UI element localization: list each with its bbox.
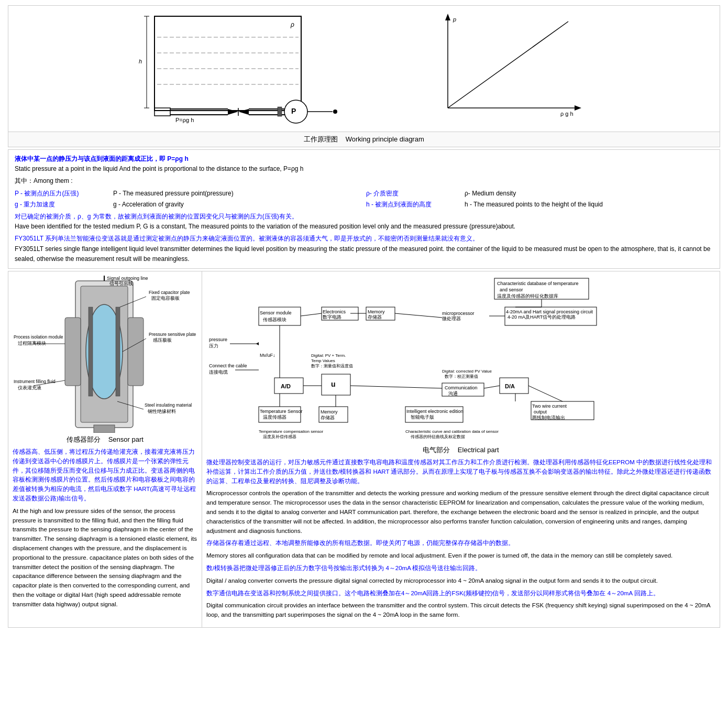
svg-rect-10 [155,108,170,116]
svg-text:A/D: A/D [281,383,291,389]
svg-text:Electronics: Electronics [323,309,346,314]
svg-line-122 [528,386,562,401]
svg-text:Intelligent electronic edition: Intelligent electronic edition [406,409,464,414]
sensor-text: 传感器高、低压侧，将过程压力传递给灌充液，接着灌充液将压力传递到变送器中心的传感… [13,448,197,609]
note2-zh: FY3051LT 系列单法兰智能液位变送器就是通过测定被测点的静压力来确定液面位… [15,234,713,244]
note1-zh: 对已确定的被测介质，ρ、g 为常数，故被测点到液面的被测的位置因变化只与被测的压… [15,212,713,222]
tank-diagram: ρ h [118,11,390,126]
graph-diagram: p ρ g h [411,11,610,126]
working-diagram: ρ h [8,6,720,132]
sensor-svg: Signal outgoing line 信号引出线 Process isola… [13,276,196,433]
bottom-section: Signal outgoing line 信号引出线 Process isola… [8,271,720,628]
svg-text:microprocessor: microprocessor [442,311,475,316]
page-container: ρ h [3,0,725,633]
param-g-en: g - Acceleration of gravity [113,200,362,210]
svg-text:4-20 mA及HART信号的处理电路: 4-20 mA及HART信号的处理电路 [508,314,576,320]
text-section: 液体中某一点的静压力与该点到液面的距离成正比，即 P=ρg h Static p… [8,149,720,269]
svg-text:数字电路: 数字电路 [323,314,341,320]
svg-rect-23 [278,107,282,116]
svg-text:连接电缆: 连接电缆 [209,369,228,375]
svg-text:Two wire current: Two wire current [532,403,567,409]
svg-rect-34 [128,318,144,386]
svg-line-116 [395,313,442,318]
desc-line1-en: Static pressure at a point in the liquid… [15,164,713,174]
svg-text:Signal outgoing line: Signal outgoing line [107,276,148,281]
svg-marker-26 [445,14,450,20]
svg-text:信号引出线: 信号引出线 [109,281,133,286]
elec-text4-zh: 数字通信电路在变送器和控制系统之间提供接口。这个电路检测叠加在4～20mA回路上… [206,590,659,596]
param-P-zh: P - 被测点的压力(压强) [15,189,109,199]
electrical-caption-en: Electrical part [458,446,499,454]
svg-text:Temperature compensation senso: Temperature compensation sensor [259,429,324,434]
svg-text:存储器: 存储器 [368,314,382,320]
svg-rect-0 [155,16,301,111]
note1-en: Have been identified for the tested medi… [15,222,713,232]
svg-text:Digital: corrected PV Value: Digital: corrected PV Value [442,369,492,374]
svg-text:Memory: Memory [368,309,385,314]
elec-text4-en: Digital communication circuit provides a… [206,602,710,618]
svg-text:P: P [291,107,296,115]
svg-text:Sensor module: Sensor module [260,310,292,315]
svg-text:D/A: D/A [505,383,515,389]
svg-marker-13 [228,109,238,115]
svg-text:4-20mA and Hart signal process: 4-20mA and Hart signal processing circui… [506,309,593,314]
note2-en: FY3051LT series single flange intelligen… [15,244,713,264]
svg-marker-27 [575,105,581,111]
param-rho-zh: ρ- 介质密度 [366,189,460,199]
graph-svg: p ρ g h [427,11,594,126]
svg-rect-41 [94,425,115,433]
svg-text:过程隔离模块: 过程隔离模块 [18,341,46,346]
svg-text:Memory: Memory [321,409,338,414]
svg-text:感压极板: 感压极板 [153,337,172,343]
svg-text:Pressure sensitive plate: Pressure sensitive plate [149,332,196,337]
svg-text:Fixed capacitor plate: Fixed capacitor plate [149,290,190,295]
svg-text:Instrument filling fluid: Instrument filling fluid [14,379,56,384]
svg-text:存储器: 存储器 [321,415,335,420]
svg-text:沟通: 沟通 [448,391,458,396]
svg-rect-37 [116,307,120,396]
param-g-zh: g - 重力加速度 [15,200,109,210]
svg-text:P=ρg h: P=ρg h [175,117,194,123]
param-rho-en: ρ- Medium density [465,189,713,199]
caption-zh: 工作原理图 [304,135,338,143]
svg-line-121 [484,386,500,388]
sensor-text-en: At the high and low pressure sides of th… [13,508,197,607]
among-them: 其中：Among them : [15,176,713,186]
param-h-zh: h - 被测点到液面的高度 [366,200,460,210]
svg-text:固定电容极板: 固定电容极板 [151,296,180,301]
svg-text:钢性绝缘材料: 钢性绝缘材料 [147,409,176,414]
sensor-text-zh: 传感器高、低压侧，将过程压力传递给灌充液，接着灌充液将压力传递到变送器中心的传感… [13,449,196,501]
svg-text:仪表灌充液: 仪表灌充液 [18,385,41,390]
svg-text:Digital: PV + Term.: Digital: PV + Term. [311,353,346,358]
diagram-caption: 工作原理图 Working principle diagram [8,132,720,147]
electrical-caption-zh: 电气部分 [423,446,450,454]
elec-text2-en: Memory stores all configuration data tha… [206,552,672,559]
elec-text1-zh: 微处理器控制变送器的运行，对压力敏感元件通过直接数字电容电路和温度传感器对其工作… [206,459,712,484]
svg-text:pressure: pressure [209,337,227,342]
svg-text:智能电子版: 智能电子版 [411,414,434,420]
svg-text:Temp Values: Temp Values [311,358,335,363]
sensor-caption-en: Sensor part [108,435,144,443]
svg-marker-78 [256,342,259,345]
elec-text2-zh: 存储器保存着通过远程、本地调整所能修改的所有组态数据。即使关闭了电源，仍能完整保… [206,540,514,546]
sensor-section: Signal outgoing line 信号引出线 Process isola… [8,271,202,627]
svg-rect-88 [322,374,350,395]
svg-line-28 [448,21,568,108]
svg-text:Process isolation module: Process isolation module [14,334,63,340]
electrical-text: 微处理器控制变送器的运行，对压力敏感元件通过直接数字电容电路和温度传感器对其工作… [206,458,715,620]
svg-rect-33 [65,318,81,386]
svg-text:Characteristic database of tem: Characteristic database of temperature [497,281,579,286]
svg-text:Connect the cable: Connect the cable [209,363,247,368]
svg-line-120 [350,386,442,388]
svg-text:p: p [453,16,456,23]
svg-text:ρ g h: ρ g h [560,111,573,117]
svg-text:u: u [331,380,336,388]
desc-line1-zh: 液体中某一点的静压力与该点到液面的距离成正比，即 P=ρg h [15,155,189,162]
svg-text:数字：校正测量值: 数字：校正测量值 [445,374,478,379]
svg-marker-14 [238,109,249,115]
svg-text:Steel insulating material: Steel insulating material [145,402,192,408]
svg-text:Communication: Communication [445,385,478,390]
param-P-en: P - The measured pressure point(pressure… [113,189,362,199]
svg-text:Mv/uF↓: Mv/uF↓ [260,353,275,358]
svg-text:微处理器: 微处理器 [442,316,461,321]
